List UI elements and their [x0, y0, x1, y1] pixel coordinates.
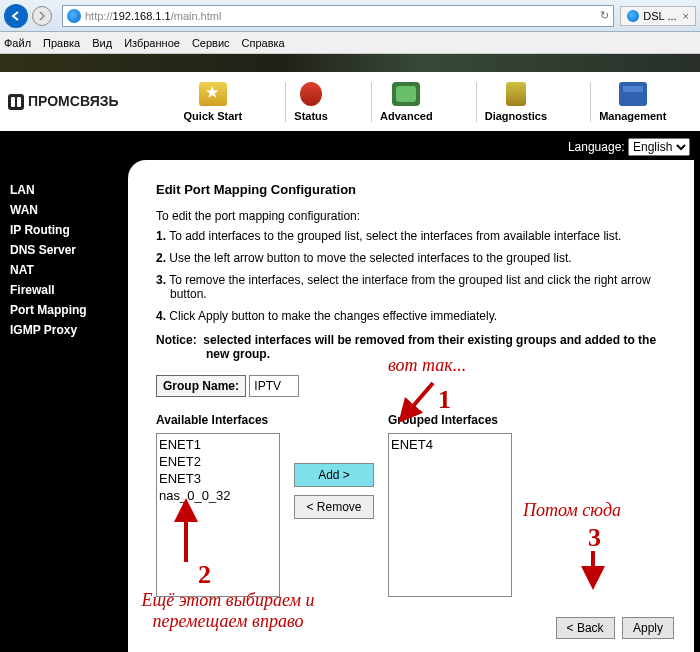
- step-4: 4. Click Apply button to make the change…: [156, 309, 674, 323]
- group-name-label: Group Name:: [156, 375, 246, 397]
- nav-diagnostics[interactable]: Diagnostics: [476, 82, 555, 122]
- browser-tab[interactable]: DSL ... ×: [620, 6, 696, 26]
- step-3: 3. To remove the interfaces, select the …: [156, 273, 674, 301]
- group-name-row: Group Name:: [156, 375, 674, 397]
- sidebar-item-dns-server[interactable]: DNS Server: [10, 240, 128, 260]
- step-1: 1. To add interfaces to the grouped list…: [156, 229, 674, 243]
- sidebar-item-igmp-proxy[interactable]: IGMP Proxy: [10, 320, 128, 340]
- list-item[interactable]: ENET3: [159, 470, 277, 487]
- content-panel: Edit Port Mapping Configuration To edit …: [128, 160, 694, 652]
- sidebar-item-ip-routing[interactable]: IP Routing: [10, 220, 128, 240]
- grouped-label: Grouped Interfaces: [388, 413, 512, 427]
- chip-icon: [392, 82, 420, 106]
- group-name-input[interactable]: [249, 375, 299, 397]
- available-interfaces-list[interactable]: ENET1 ENET2 ENET3 nas_0_0_32: [156, 433, 280, 597]
- apply-button[interactable]: Apply: [622, 617, 674, 639]
- tab-title: DSL ...: [643, 10, 676, 22]
- menu-file[interactable]: Файл: [4, 37, 31, 49]
- sidebar-item-lan[interactable]: LAN: [10, 180, 128, 200]
- logo-icon: [8, 94, 24, 110]
- close-tab-icon[interactable]: ×: [683, 10, 689, 22]
- star-icon: [199, 82, 227, 106]
- menu-favorites[interactable]: Избранное: [124, 37, 180, 49]
- add-button[interactable]: Add >: [294, 463, 374, 487]
- refresh-icon[interactable]: ↻: [600, 9, 609, 22]
- language-bar: Language: English: [0, 134, 700, 160]
- language-label: Language:: [568, 140, 625, 154]
- sidebar-item-nat[interactable]: NAT: [10, 260, 128, 280]
- brand-logo: ПРОМСВЯЗЬ: [8, 93, 158, 110]
- status-icon: [300, 82, 322, 106]
- url-text: http://192.168.1.1/main.html: [85, 10, 221, 22]
- grouped-interfaces-list[interactable]: ENET4: [388, 433, 512, 597]
- decorative-strip: [0, 54, 700, 72]
- forward-button[interactable]: [30, 4, 54, 28]
- list-item[interactable]: ENET2: [159, 453, 277, 470]
- address-bar[interactable]: http://192.168.1.1/main.html ↻: [62, 5, 614, 27]
- step-2: 2. Use the left arrow button to move the…: [156, 251, 674, 265]
- available-label: Available Interfaces: [156, 413, 280, 427]
- browser-toolbar: http://192.168.1.1/main.html ↻ DSL ... ×: [0, 0, 700, 32]
- notice: Notice: selected interfaces will be remo…: [156, 333, 674, 361]
- browser-menubar: Файл Правка Вид Избранное Сервис Справка: [0, 32, 700, 54]
- list-item[interactable]: ENET4: [391, 436, 509, 453]
- page-title: Edit Port Mapping Configuration: [156, 182, 674, 197]
- list-item[interactable]: nas_0_0_32: [159, 487, 277, 504]
- ie-icon: [67, 9, 81, 23]
- steps-list: 1. To add interfaces to the grouped list…: [156, 229, 674, 323]
- remove-button[interactable]: < Remove: [294, 495, 374, 519]
- nav-advanced[interactable]: Advanced: [371, 82, 441, 122]
- language-select[interactable]: English: [628, 138, 690, 156]
- menu-tools[interactable]: Сервис: [192, 37, 230, 49]
- top-nav: ПРОМСВЯЗЬ Quick Start Status Advanced Di…: [0, 72, 700, 134]
- sidebar-item-port-mapping[interactable]: Port Mapping: [10, 300, 128, 320]
- nav-management[interactable]: Management: [590, 82, 674, 122]
- sidebar-item-firewall[interactable]: Firewall: [10, 280, 128, 300]
- briefcase-icon: [619, 82, 647, 106]
- intro-text: To edit the port mapping configuration:: [156, 209, 674, 223]
- nav-status[interactable]: Status: [285, 82, 336, 122]
- menu-edit[interactable]: Правка: [43, 37, 80, 49]
- nav-quick-start[interactable]: Quick Start: [176, 82, 251, 122]
- sidebar-item-wan[interactable]: WAN: [10, 200, 128, 220]
- menu-view[interactable]: Вид: [92, 37, 112, 49]
- back-button[interactable]: [4, 4, 28, 28]
- back-button[interactable]: < Back: [556, 617, 615, 639]
- list-item[interactable]: ENET1: [159, 436, 277, 453]
- sidebar: LAN WAN IP Routing DNS Server NAT Firewa…: [0, 160, 128, 652]
- menu-help[interactable]: Справка: [242, 37, 285, 49]
- ie-icon: [627, 10, 639, 22]
- clipboard-icon: [506, 82, 526, 106]
